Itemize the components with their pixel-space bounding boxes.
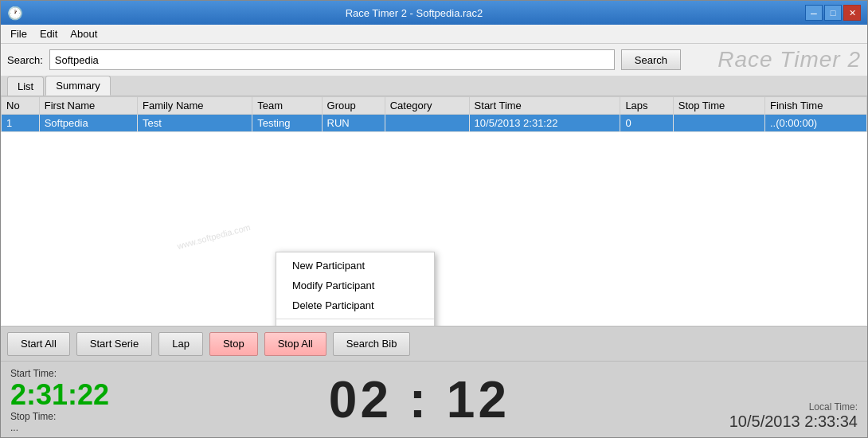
menu-edit[interactable]: Edit (33, 26, 64, 41)
search-bib-button[interactable]: Search Bib (333, 332, 411, 356)
maximize-button[interactable]: □ (824, 5, 842, 21)
ctx-new-participant[interactable]: New Participant (276, 256, 434, 276)
ctx-start-all[interactable]: Start All (276, 323, 434, 326)
data-table: No First Name Family Name Team Group Cat… (1, 96, 867, 132)
close-button[interactable]: ✕ (843, 5, 861, 21)
col-category: Category (385, 97, 469, 115)
col-group: Group (322, 97, 385, 115)
start-serie-button[interactable]: Start Serie (76, 332, 152, 356)
cell-team: Testing (252, 115, 322, 132)
status-center: 02 : 12 (119, 362, 720, 437)
tabs-bar: List Summary (1, 76, 867, 96)
status-bar: Start Time: 2:31:22 Stop Time: ... 02 : … (1, 361, 867, 437)
col-stop-time: Stop Time (673, 97, 764, 115)
table-header-row: No First Name Family Name Team Group Cat… (2, 97, 867, 115)
start-time-label: Start Time: (10, 368, 109, 379)
cell-stop-time (673, 115, 764, 132)
tab-summary[interactable]: Summary (45, 76, 111, 96)
window-controls: – □ ✕ (805, 5, 861, 21)
cell-start-time: 10/5/2013 2:31:22 (469, 115, 620, 132)
col-start-time: Start Time (469, 97, 620, 115)
bottom-toolbar: Start All Start Serie Lap Stop Stop All … (1, 326, 867, 361)
menu-about[interactable]: About (64, 26, 104, 41)
col-family-name: Family Name (138, 97, 252, 115)
start-all-button[interactable]: Start All (7, 332, 70, 356)
search-label: Search: (7, 54, 43, 66)
ctx-modify-participant[interactable]: Modify Participant (276, 276, 434, 295)
col-finish-time: Finish Time (764, 97, 866, 115)
cell-family-name: Test (138, 115, 252, 132)
stop-button[interactable]: Stop (209, 332, 258, 356)
start-time-value: 2:31:22 (10, 379, 109, 411)
stop-time-value: ... (10, 422, 109, 433)
col-no: No (2, 97, 40, 115)
search-bar: Search: Search Race Timer 2 (1, 44, 867, 76)
col-first-name: First Name (39, 97, 137, 115)
title-bar: 🕐 Race Timer 2 - Softpedia.rac2 – □ ✕ (1, 1, 867, 25)
table-container: No First Name Family Name Team Group Cat… (1, 96, 867, 326)
search-input[interactable] (49, 49, 615, 70)
local-time-label: Local Time: (729, 401, 858, 413)
menu-bar: File Edit About (1, 25, 867, 44)
table-row[interactable]: 1 Softpedia Test Testing RUN 10/5/2013 2… (2, 115, 867, 132)
minimize-button[interactable]: – (805, 5, 823, 21)
cell-category (385, 115, 469, 132)
menu-file[interactable]: File (4, 26, 33, 41)
cell-no: 1 (2, 115, 40, 132)
cell-finish-time: ..(0:00:00) (764, 115, 866, 132)
status-right: Local Time: 10/5/2013 2:33:34 (720, 362, 867, 437)
col-laps: Laps (620, 97, 673, 115)
big-timer: 02 : 12 (329, 370, 510, 429)
ctx-separator-1 (276, 319, 434, 319)
main-window: 🕐 Race Timer 2 - Softpedia.rac2 – □ ✕ Fi… (0, 0, 868, 438)
app-icon: 🕐 (7, 6, 23, 21)
local-time-value: 10/5/2013 2:33:34 (729, 413, 858, 431)
status-left: Start Time: 2:31:22 Stop Time: ... (1, 362, 119, 437)
window-title: Race Timer 2 - Softpedia.rac2 (23, 7, 805, 19)
stop-all-button[interactable]: Stop All (264, 332, 326, 356)
cell-group: RUN (322, 115, 385, 132)
app-logo: Race Timer 2 (717, 47, 861, 72)
lap-button[interactable]: Lap (158, 332, 203, 356)
tab-list[interactable]: List (7, 76, 44, 96)
context-menu: New Participant Modify Participant Delet… (276, 252, 435, 326)
col-team: Team (252, 97, 322, 115)
cell-first-name: Softpedia (39, 115, 137, 132)
ctx-delete-participant[interactable]: Delete Participant (276, 295, 434, 315)
cell-laps: 0 (620, 115, 673, 132)
search-button[interactable]: Search (621, 49, 681, 70)
stop-time-label: Stop Time: (10, 411, 109, 422)
watermark: www.softpedia.com (176, 222, 252, 251)
